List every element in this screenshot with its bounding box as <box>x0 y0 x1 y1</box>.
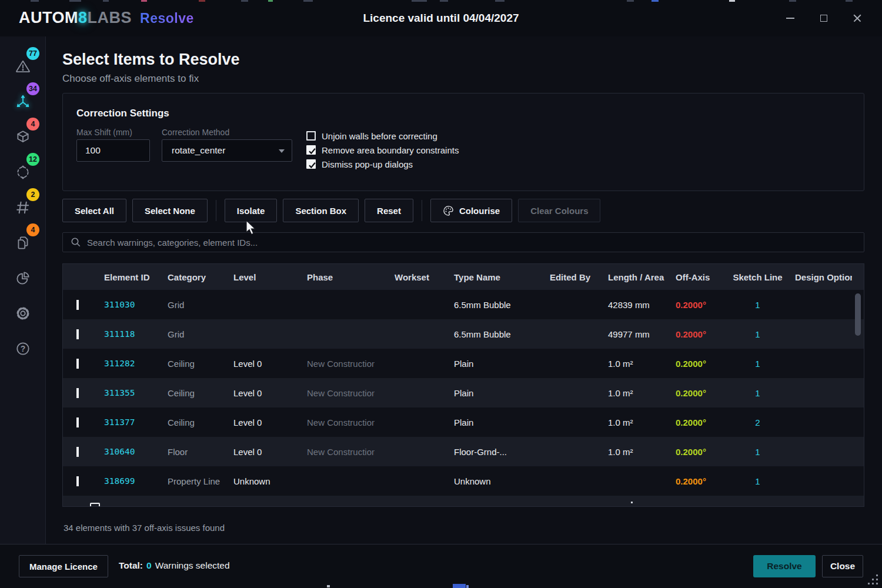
header-element-id[interactable]: Element ID <box>99 272 163 282</box>
row-select-cell <box>63 329 99 339</box>
hash-icon <box>14 199 32 216</box>
row-checkbox[interactable] <box>76 300 79 310</box>
row-checkbox[interactable] <box>76 359 79 369</box>
off-axis-cell: 0.2000° <box>671 417 725 427</box>
section-box-button[interactable]: Section Box <box>283 199 359 222</box>
off-axis-cell: 0.2000° <box>671 329 725 339</box>
close-button[interactable]: Close <box>822 555 863 577</box>
warning-triangle-icon <box>15 58 31 75</box>
colourise-label: Colourise <box>459 206 500 216</box>
table-row[interactable]: 311282 Ceiling Level 0 New Construction … <box>63 349 864 378</box>
isolate-button[interactable]: Isolate <box>225 199 278 222</box>
type-name-cell: Unknown <box>449 476 537 486</box>
table-row[interactable]: 311355 Ceiling Level 0 New Construction … <box>63 378 864 407</box>
element-id-link[interactable]: 310640 <box>99 447 163 456</box>
maximize-button[interactable] <box>810 6 838 31</box>
manage-licence-button[interactable]: Manage Licence <box>19 555 108 577</box>
select-all-button[interactable]: Select All <box>62 199 126 222</box>
clear-colours-button: Clear Colours <box>518 199 600 222</box>
search-input[interactable]: Search warnings, categories, element IDs… <box>62 232 864 252</box>
table-row[interactable]: 311377 Ceiling Level 0 New Construction … <box>63 407 864 437</box>
row-checkbox[interactable] <box>76 447 79 457</box>
reset-button[interactable]: Reset <box>365 199 413 222</box>
element-id-link[interactable]: 311030 <box>99 300 163 309</box>
sidebar: 77 34 4 12 <box>0 36 46 544</box>
off-axis-cell: 0.2000° <box>671 388 725 398</box>
level-cell: Level 0 <box>229 388 302 398</box>
sidebar-item-move[interactable]: 12 <box>11 161 35 184</box>
sidebar-item-reports[interactable] <box>11 266 35 290</box>
resolve-button[interactable]: Resolve <box>753 555 816 577</box>
element-id-link[interactable]: 311355 <box>99 388 163 397</box>
badge-duplicates: 4 <box>26 223 39 236</box>
max-shift-input[interactable]: 100 <box>76 139 150 162</box>
correction-method-dropdown[interactable]: rotate_center <box>162 139 292 162</box>
badge-warnings: 77 <box>26 47 39 60</box>
sidebar-item-off-axis[interactable]: 34 <box>11 90 35 113</box>
sidebar-item-model[interactable]: 4 <box>11 125 35 149</box>
checkbox-icon <box>306 159 316 169</box>
sidebar-item-settings[interactable] <box>11 302 35 325</box>
search-placeholder: Search warnings, categories, element IDs… <box>87 238 258 248</box>
table-row-partial[interactable] <box>63 496 864 507</box>
sketch-line-cell: 1 <box>725 329 790 339</box>
phase-cell: New Construction <box>302 388 375 398</box>
row-select-cell <box>63 447 99 457</box>
off-axis-cell: 0.2000° <box>671 300 725 310</box>
select-none-button[interactable]: Select None <box>132 199 208 222</box>
app-window: AUTOM8LABSResolve Licence valid until 04… <box>0 0 882 588</box>
category-cell: Grid <box>163 329 229 339</box>
minimize-button[interactable] <box>776 6 804 31</box>
type-name-cell: Plain <box>449 417 537 427</box>
table-row[interactable]: 311118 Grid 6.5mm Bubble 49977 mm 0.2000… <box>63 319 864 349</box>
selection-toolbar: Select All Select None Isolate Section B… <box>62 199 606 222</box>
cube-icon <box>15 129 31 145</box>
header-phase[interactable]: Phase <box>302 272 375 282</box>
row-checkbox[interactable] <box>76 476 79 486</box>
badge-model: 4 <box>26 118 39 131</box>
checkbox-label: Dismiss pop-up dialogs <box>322 159 413 169</box>
table-row[interactable]: 318699 Property Line Unknown Unknown 0.2… <box>63 466 864 496</box>
row-checkbox[interactable] <box>76 417 79 427</box>
row-checkbox[interactable] <box>90 503 100 507</box>
axis-icon <box>15 93 31 110</box>
element-id-link[interactable]: 311118 <box>99 329 163 339</box>
type-name-cell: Plain <box>449 359 537 369</box>
off-axis-cell: 0.2000° <box>671 447 725 457</box>
header-design-option[interactable]: Design Options <box>790 272 852 282</box>
row-checkbox[interactable] <box>76 388 79 398</box>
category-cell: Grid <box>163 300 229 310</box>
header-off-axis[interactable]: Off-Axis <box>671 272 725 282</box>
checkbox-unjoin-walls[interactable]: Unjoin walls before correcting <box>306 130 437 142</box>
checkbox-dismiss-popups[interactable]: Dismiss pop-up dialogs <box>306 158 413 170</box>
table-scrollbar-thumb[interactable] <box>855 293 861 336</box>
table-row[interactable]: 310640 Floor Level 0 New Construction Fl… <box>63 437 864 466</box>
checkbox-icon <box>306 131 316 141</box>
sidebar-item-duplicates[interactable]: 4 <box>11 231 35 255</box>
header-sketch-line[interactable]: Sketch Line <box>725 272 790 282</box>
checkbox-remove-area-constraints[interactable]: Remove area boundary constraints <box>306 144 459 156</box>
length-area-cell: 1.0 m² <box>603 417 671 427</box>
search-icon <box>71 237 81 248</box>
colourise-button[interactable]: Colourise <box>430 199 512 222</box>
table-row[interactable]: 311030 Grid 6.5mm Bubble 42839 mm 0.2000… <box>63 290 864 319</box>
sidebar-item-warnings[interactable]: 77 <box>11 55 35 78</box>
type-name-cell: 6.5mm Bubble <box>449 329 537 339</box>
header-level[interactable]: Level <box>229 272 302 282</box>
sidebar-item-numbering[interactable]: 2 <box>11 196 35 219</box>
sidebar-item-help[interactable]: ? <box>11 337 35 360</box>
checkbox-icon <box>306 145 316 155</box>
sketch-line-cell: 1 <box>725 359 790 369</box>
header-category[interactable]: Category <box>163 272 229 282</box>
correction-method-label: Correction Method <box>162 128 229 137</box>
close-window-button[interactable] <box>843 6 871 31</box>
element-id-link[interactable]: 311282 <box>99 359 163 368</box>
level-cell: Level 0 <box>229 417 302 427</box>
header-type-name[interactable]: Type Name <box>449 272 537 282</box>
header-edited-by[interactable]: Edited By <box>537 272 603 282</box>
row-checkbox[interactable] <box>76 329 79 339</box>
header-length-area[interactable]: Length / Area <box>603 272 671 282</box>
header-workset[interactable]: Workset <box>375 272 449 282</box>
element-id-link[interactable]: 318699 <box>99 476 163 486</box>
element-id-link[interactable]: 311377 <box>99 417 163 427</box>
